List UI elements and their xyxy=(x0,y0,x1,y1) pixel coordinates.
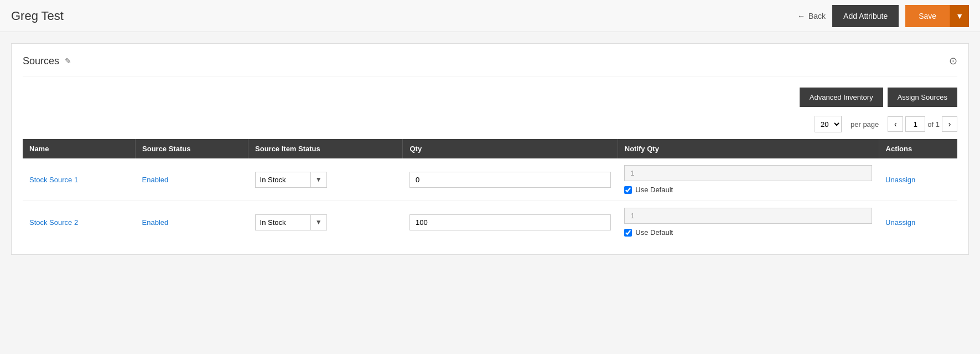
qty-cell xyxy=(403,158,618,201)
table-header-row: Name Source Status Source Item Status Qt… xyxy=(23,139,957,158)
actions-cell: Unassign xyxy=(879,201,957,244)
source-name-cell: Stock Source 2 xyxy=(23,201,136,244)
col-actions: Actions xyxy=(879,139,957,158)
page-nav: ‹ of 1 › xyxy=(888,116,957,132)
col-source-status: Source Status xyxy=(136,139,248,158)
status-select-arrow-icon: ▼ xyxy=(310,172,326,187)
source-status-value: Enabled xyxy=(142,218,169,227)
source-item-status-select[interactable]: In StockOut of Stock xyxy=(256,172,310,187)
save-dropdown-icon: ▼ xyxy=(956,12,963,20)
sources-table: Name Source Status Source Item Status Qt… xyxy=(23,139,957,243)
actions-cell: Unassign xyxy=(879,158,957,201)
notify-qty-input[interactable] xyxy=(624,208,872,224)
back-arrow-icon: ← xyxy=(797,12,805,20)
use-default-label: Use Default xyxy=(635,228,673,237)
toolbar: Advanced Inventory Assign Sources xyxy=(23,88,957,107)
col-name: Name xyxy=(23,139,136,158)
source-name-cell: Stock Source 1 xyxy=(23,158,136,201)
section-title-area: Sources ✎ xyxy=(23,55,71,67)
per-page-label: per page xyxy=(851,120,879,129)
next-page-icon: › xyxy=(948,120,951,129)
prev-page-icon: ‹ xyxy=(894,120,897,129)
back-label: Back xyxy=(808,12,826,20)
notify-qty-input[interactable] xyxy=(624,165,872,181)
unassign-link[interactable]: Unassign xyxy=(885,218,915,227)
source-item-status-cell: In StockOut of Stock▼ xyxy=(248,201,403,244)
main-content: Sources ✎ ⊙ Advanced Inventory Assign So… xyxy=(11,43,969,255)
source-name-link[interactable]: Stock Source 2 xyxy=(29,218,78,227)
source-item-status-cell: In StockOut of Stock▼ xyxy=(248,158,403,201)
edit-icon[interactable]: ✎ xyxy=(65,57,71,65)
col-source-item-status: Source Item Status xyxy=(248,139,403,158)
section-title: Sources xyxy=(23,55,59,67)
use-default-checkbox[interactable] xyxy=(624,186,632,194)
per-page-dropdown[interactable]: 20 30 50 xyxy=(815,116,842,132)
source-name-link[interactable]: Stock Source 1 xyxy=(29,176,78,184)
add-attribute-button[interactable]: Add Attribute xyxy=(832,5,899,27)
save-btn-group: Save ▼ xyxy=(905,5,969,27)
save-button[interactable]: Save xyxy=(905,5,950,27)
table-row: Stock Source 2EnabledIn StockOut of Stoc… xyxy=(23,201,957,244)
page-of-label: of 1 xyxy=(927,120,940,129)
section-header: Sources ✎ ⊙ xyxy=(23,55,957,76)
qty-input[interactable] xyxy=(409,214,611,230)
col-notify-qty: Notify Qty xyxy=(618,139,879,158)
pagination-bar: 20 30 50 per page ‹ of 1 › xyxy=(23,116,957,132)
use-default-label: Use Default xyxy=(635,186,673,194)
source-item-status-select[interactable]: In StockOut of Stock xyxy=(256,215,310,230)
page-input[interactable] xyxy=(905,116,925,132)
prev-page-button[interactable]: ‹ xyxy=(888,116,903,132)
source-status-cell: Enabled xyxy=(136,201,248,244)
page-header: Greg Test ← Back Add Attribute Save ▼ xyxy=(0,0,980,32)
per-page-select: 20 30 50 xyxy=(815,116,842,132)
page-title: Greg Test xyxy=(11,9,64,23)
next-page-button[interactable]: › xyxy=(942,116,957,132)
table-row: Stock Source 1EnabledIn StockOut of Stoc… xyxy=(23,158,957,201)
qty-cell xyxy=(403,201,618,244)
unassign-link[interactable]: Unassign xyxy=(885,176,915,184)
header-actions: ← Back Add Attribute Save ▼ xyxy=(797,5,969,27)
assign-sources-button[interactable]: Assign Sources xyxy=(888,88,957,107)
col-qty: Qty xyxy=(403,139,618,158)
advanced-inventory-button[interactable]: Advanced Inventory xyxy=(800,88,883,107)
notify-qty-cell: Use Default xyxy=(618,158,879,201)
source-status-cell: Enabled xyxy=(136,158,248,201)
use-default-checkbox[interactable] xyxy=(624,229,632,237)
back-button[interactable]: ← Back xyxy=(797,12,826,20)
notify-qty-cell: Use Default xyxy=(618,201,879,244)
qty-input[interactable] xyxy=(409,172,611,188)
source-status-value: Enabled xyxy=(142,176,169,184)
collapse-icon[interactable]: ⊙ xyxy=(949,55,957,67)
save-dropdown-button[interactable]: ▼ xyxy=(950,5,969,27)
status-select-arrow-icon: ▼ xyxy=(310,215,326,230)
